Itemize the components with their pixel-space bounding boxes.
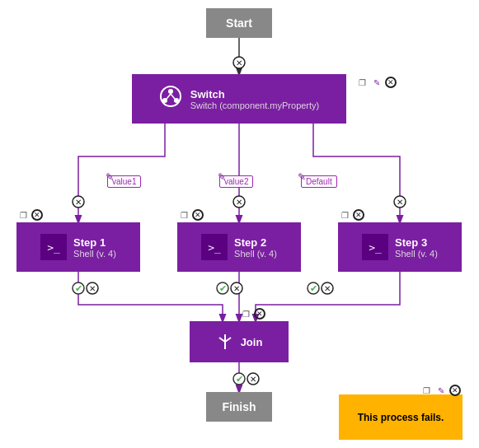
svg-text:✕: ✕ xyxy=(236,58,242,68)
label2-edit-icon[interactable]: ✎ xyxy=(215,170,228,184)
error-copy-icon[interactable]: ❐ xyxy=(420,384,433,397)
svg-text:✕: ✕ xyxy=(89,284,96,293)
svg-point-24 xyxy=(233,373,245,385)
svg-text:✕: ✕ xyxy=(250,375,256,384)
svg-line-33 xyxy=(171,94,175,99)
switch-text: Switch Switch (component.myProperty) xyxy=(190,88,320,110)
step3-text: Step 3 Shell (v. 4) xyxy=(395,236,438,259)
svg-point-20 xyxy=(308,282,319,294)
step1-close-icon[interactable]: ✕ xyxy=(31,209,43,221)
step1-shell-icon: >_ xyxy=(40,234,67,260)
svg-text:✔: ✔ xyxy=(75,283,82,293)
svg-text:✕: ✕ xyxy=(324,284,331,293)
join-title: Join xyxy=(241,336,263,348)
svg-text:✕: ✕ xyxy=(236,198,242,207)
label1-edit-icon[interactable]: ✎ xyxy=(103,170,116,184)
join-close-icon[interactable]: ✕ xyxy=(254,308,265,320)
svg-point-10 xyxy=(394,196,406,208)
start-label: Start xyxy=(226,16,252,30)
svg-point-22 xyxy=(322,282,333,294)
step1-toolbar: ❐ ✕ xyxy=(16,208,43,222)
step1-subtitle: Shell (v. 4) xyxy=(73,249,116,259)
svg-point-8 xyxy=(233,196,245,208)
svg-point-12 xyxy=(73,282,84,294)
error-note: This process fails. xyxy=(339,394,463,440)
workflow-canvas: ✕ ✕ ✕ ✕ ✔ ✕ ✔ ✕ ✔ ✕ ✔ ✕ Start xyxy=(0,0,479,448)
error-close-icon[interactable]: ✕ xyxy=(449,385,461,396)
switch-subtitle: Switch (component.myProperty) xyxy=(190,100,320,110)
join-node: Join xyxy=(190,321,289,362)
step3-copy-icon[interactable]: ❐ xyxy=(338,208,351,222)
svg-text:✔: ✔ xyxy=(236,374,243,384)
error-text: This process fails. xyxy=(358,412,444,423)
step3-title: Step 3 xyxy=(395,236,438,249)
step1-title: Step 1 xyxy=(73,236,116,249)
finish-node: Finish xyxy=(206,392,272,422)
step3-close-icon[interactable]: ✕ xyxy=(353,209,364,221)
svg-line-35 xyxy=(219,338,225,342)
step2-shell-icon: >_ xyxy=(201,234,228,260)
step2-text: Step 2 Shell (v. 4) xyxy=(234,236,277,259)
switch-copy-icon[interactable]: ❐ xyxy=(355,76,369,89)
svg-point-6 xyxy=(73,196,84,208)
switch-edit-icon[interactable]: ✎ xyxy=(370,76,383,89)
svg-point-4 xyxy=(233,57,245,68)
switch-icon xyxy=(159,85,182,113)
step3-shell-icon: >_ xyxy=(362,234,388,260)
svg-text:✕: ✕ xyxy=(233,284,240,293)
step1-text: Step 1 Shell (v. 4) xyxy=(73,236,116,259)
step2-subtitle: Shell (v. 4) xyxy=(234,249,277,259)
svg-text:✕: ✕ xyxy=(397,198,403,207)
step3-node: >_ Step 3 Shell (v. 4) xyxy=(338,222,462,272)
svg-point-18 xyxy=(231,282,242,294)
step2-title: Step 2 xyxy=(234,236,277,249)
start-node: Start xyxy=(206,8,272,38)
finish-label: Finish xyxy=(222,400,256,413)
error-edit-icon[interactable]: ✎ xyxy=(434,384,448,397)
svg-line-32 xyxy=(167,94,171,99)
switch-toolbar: ❐ ✎ ✕ xyxy=(355,76,397,89)
step2-toolbar: ❐ ✕ xyxy=(177,208,204,222)
svg-text:✕: ✕ xyxy=(75,198,82,207)
svg-point-16 xyxy=(217,282,228,294)
switch-node: Switch Switch (component.myProperty) xyxy=(132,74,346,124)
step3-toolbar: ❐ ✕ xyxy=(338,208,364,222)
step1-node: >_ Step 1 Shell (v. 4) xyxy=(16,222,140,272)
error-note-toolbar: ❐ ✎ ✕ xyxy=(420,384,461,397)
svg-point-29 xyxy=(168,89,173,94)
join-icon xyxy=(216,333,234,351)
svg-point-14 xyxy=(87,282,98,294)
switch-close-icon[interactable]: ✕ xyxy=(385,77,397,88)
label1-toolbar: ✎ xyxy=(103,170,116,184)
join-copy-icon[interactable]: ❐ xyxy=(239,307,252,320)
svg-text:✔: ✔ xyxy=(310,283,317,293)
svg-line-36 xyxy=(225,338,231,342)
svg-point-26 xyxy=(247,373,259,385)
join-toolbar: ❐ ✕ xyxy=(239,307,265,320)
step2-node: >_ Step 2 Shell (v. 4) xyxy=(177,222,301,272)
svg-text:✔: ✔ xyxy=(219,283,227,293)
step2-close-icon[interactable]: ✕ xyxy=(192,209,204,221)
label3-edit-icon[interactable]: ✎ xyxy=(295,170,308,184)
step1-copy-icon[interactable]: ❐ xyxy=(16,208,30,222)
label2-toolbar: ✎ xyxy=(215,170,228,184)
label3-toolbar: ✎ xyxy=(295,170,308,184)
step3-subtitle: Shell (v. 4) xyxy=(395,249,438,259)
step2-copy-icon[interactable]: ❐ xyxy=(177,208,190,222)
switch-title: Switch xyxy=(190,88,320,100)
